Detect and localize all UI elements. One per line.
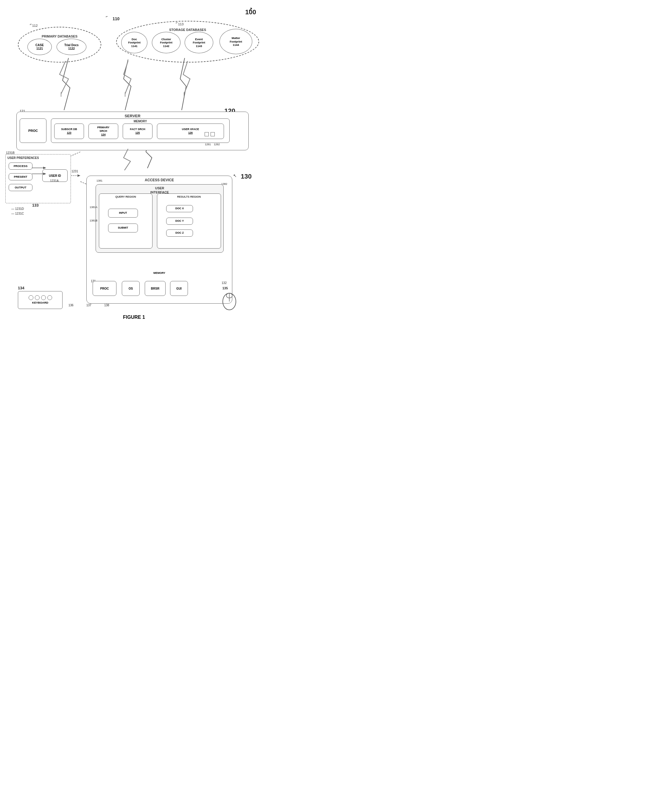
label-137: 137 — [86, 304, 92, 307]
server-title: SERVER — [124, 114, 140, 119]
doc-footprint-id: 1141 — [131, 44, 137, 48]
label-132: 132 — [221, 281, 227, 285]
key3 — [41, 295, 46, 300]
access-device-title: ACCESS DEVICE — [145, 178, 174, 183]
user-xface-label: USER XFACE — [182, 128, 199, 131]
key4 — [48, 295, 52, 300]
fact-srch-box: FACT SRCH 125 — [123, 124, 153, 139]
label-1261: 1261 — [205, 143, 211, 146]
trial-docs-label: Trial Docs — [64, 43, 78, 47]
input-box[interactable]: INPUT — [108, 209, 138, 217]
memory-label-access: MEMORY — [153, 272, 165, 275]
primary-db-title: PRIMARY DATABASES — [42, 34, 77, 38]
case-ellipse: CASE 1121 — [27, 39, 52, 55]
label-134: 134 — [18, 286, 24, 290]
doc-x-label: DOC X — [175, 207, 184, 211]
matter-footprint-line2: Footprint — [230, 40, 242, 43]
label-136: 136 — [68, 304, 73, 307]
subscr-db-box: SUBSCR DB 123 — [54, 124, 84, 139]
event-footprint-id: 1143 — [196, 44, 202, 48]
brsr-label: BRSR — [151, 287, 159, 290]
subscr-db-label: SUBSCR DB — [61, 128, 77, 131]
process-box: PROCESS — [9, 163, 32, 170]
proc-label-server: PROC — [28, 129, 38, 133]
doc-footprint-line1: Doc — [132, 37, 137, 41]
primary-srch-id: 124 — [101, 133, 106, 137]
key1 — [29, 295, 33, 300]
label-110: 110 — [112, 16, 119, 21]
proc-box-access: PROC — [93, 281, 116, 296]
doc-footprint-ellipse: Doc Footprint 1141 — [121, 32, 147, 53]
brsr-box[interactable]: BRSR — [145, 281, 165, 296]
os-box[interactable]: OS — [122, 281, 140, 296]
label-130-arrow: ↖ — [233, 173, 237, 178]
checkbox-group — [204, 132, 215, 136]
submit-box[interactable]: SUBMIT — [108, 224, 138, 233]
os-label: OS — [129, 287, 133, 290]
diagram: 100 ↗ 110 ⌐ 112 ⌐ 113 ⌐ PRIMARY DATABASE… — [0, 0, 268, 324]
lightning-bolts-top — [0, 59, 268, 113]
output-box: OUTPUT — [9, 184, 32, 191]
access-device-box: ACCESS DEVICE 1382 USERINTERFACE 1381 QU… — [86, 176, 232, 304]
figure-label: FIGURE 1 — [0, 314, 268, 320]
user-id-label: USER ID — [49, 174, 61, 178]
gui-box[interactable]: GUI — [170, 281, 188, 296]
arrow-100: ↗ — [248, 6, 252, 12]
user-prefs-box: USER PREFERENCES PROCESS PRESENT OUTPUT … — [5, 154, 71, 203]
query-region-title: QUERY REGION — [115, 195, 136, 199]
label-1231d: — 1231D — [11, 207, 24, 211]
label-1381: 1381 — [97, 179, 102, 183]
primary-databases-container: PRIMARY DATABASES CASE 1121 Trial Docs 1… — [18, 27, 101, 63]
key2 — [35, 295, 39, 300]
label-1231c: — 1231C — [11, 212, 24, 215]
case-label: CASE — [36, 43, 44, 47]
primary-srch-label: PRIMARY — [97, 126, 109, 129]
checkbox-1262[interactable] — [211, 132, 215, 136]
primary-srch-box: PRIMARY SRCH 124 — [89, 124, 118, 139]
storage-db-title: STORAGE DATABASES — [169, 28, 206, 32]
bracket-110: ⌐ — [106, 14, 108, 19]
doc-y-label: DOC Y — [175, 219, 184, 223]
fact-srch-id: 125 — [135, 131, 140, 135]
svg-marker-9 — [43, 166, 46, 169]
bracket-112: ⌐ — [30, 22, 32, 26]
storage-databases-container: STORAGE DATABASES Doc Footprint 1141 Clu… — [116, 21, 259, 63]
user-interface-box: USERINTERFACE 1381 QUERY REGION INPUT SU… — [95, 184, 224, 253]
event-footprint-line1: Event — [195, 37, 203, 41]
label-135: 135 — [223, 286, 228, 290]
keyboard-keys — [29, 295, 52, 300]
label-130: 130 — [241, 173, 252, 180]
keyboard-label: KEYBOARD — [32, 301, 48, 304]
memory-box-server: MEMORY SUBSCR DB 123 PRIMARY SRCH 124 FA… — [51, 119, 230, 143]
label-138: 138 — [104, 304, 109, 307]
matter-footprint-ellipse: Matter Footprint 1144 — [220, 29, 252, 54]
proc-label-access: PROC — [100, 287, 109, 290]
doc-y-box: DOC Y — [166, 217, 193, 225]
present-label: PRESENT — [14, 175, 27, 178]
checkbox-1261[interactable] — [204, 132, 209, 136]
user-prefs-title: USER PREFERENCES — [7, 156, 69, 160]
lightning-bolt-middle — [98, 149, 158, 173]
doc-z-label: DOC Z — [175, 231, 184, 235]
doc-x-box: DOC X — [166, 205, 193, 212]
results-region-title: RESULTS REGION — [177, 195, 201, 199]
trial-docs-ellipse: Trial Docs 1122 — [56, 39, 86, 55]
label-1231a: 1231A — [50, 179, 59, 182]
doc-footprint-line2: Footprint — [128, 41, 141, 44]
primary-srch-label2: SRCH — [99, 129, 107, 133]
label-1381a: 1381A — [90, 206, 97, 209]
label-1262: 1262 — [214, 143, 220, 146]
doc-z-box: DOC Z — [166, 229, 193, 237]
label-112: 112 — [32, 24, 37, 27]
process-label: PROCESS — [14, 164, 27, 168]
event-footprint-line2: Footprint — [193, 41, 205, 44]
query-region-box: QUERY REGION INPUT SUBMIT — [99, 194, 153, 248]
cluster-footprint-line2: Footprint — [160, 41, 172, 44]
event-footprint-ellipse: Event Footprint 1143 — [185, 32, 213, 53]
fact-srch-label: FACT SRCH — [130, 128, 145, 131]
matter-footprint-id: 1144 — [233, 43, 239, 46]
subscr-db-id: 123 — [67, 131, 71, 135]
results-region-box: RESULTS REGION DOC X DOC Y DOC Z — [157, 194, 221, 248]
label-1231: 1231 — [72, 170, 78, 173]
user-xface-box: USER XFACE 126 — [157, 124, 224, 139]
